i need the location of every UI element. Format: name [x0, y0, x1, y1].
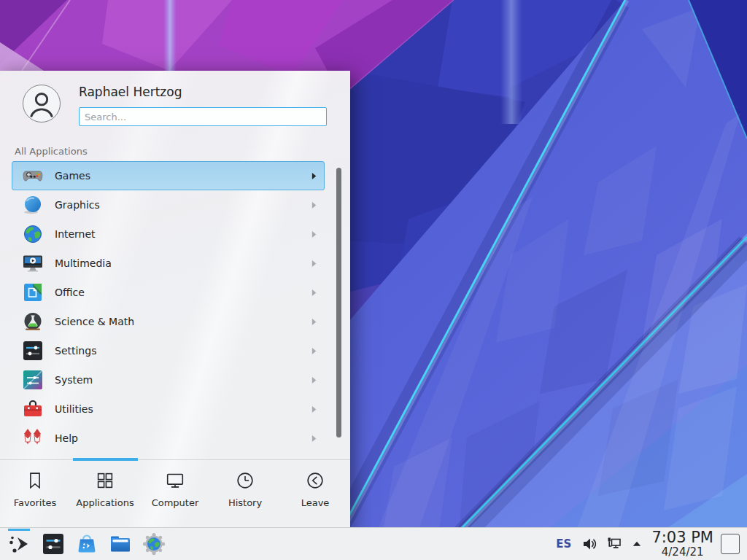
- submenu-arrow-icon: [311, 172, 317, 180]
- tab-label: Computer: [152, 497, 199, 508]
- tab-label: Favorites: [14, 497, 57, 508]
- clock-date: 4/24/21: [651, 547, 713, 558]
- submenu-arrow-icon: [311, 347, 317, 355]
- globe-gear-icon: [142, 532, 166, 556]
- system-tray: ES 7:03 PM 4/24/21: [556, 530, 741, 558]
- expand-tray-icon[interactable]: [631, 538, 643, 550]
- submenu-arrow-icon: [311, 405, 317, 413]
- grid-icon: [94, 470, 116, 491]
- bookmark-icon: [24, 470, 46, 491]
- science-flask-icon: [21, 310, 44, 333]
- gamepad-icon: [21, 164, 44, 187]
- tab-label: History: [228, 497, 262, 508]
- category-row-utilities[interactable]: Utilities: [12, 394, 325, 424]
- category-label: Help: [55, 432, 78, 444]
- globe-icon: [21, 222, 44, 246]
- category-row-games[interactable]: Games: [12, 161, 325, 190]
- section-label: All Applications: [15, 146, 88, 157]
- category-row-system[interactable]: System: [12, 365, 325, 394]
- category-label: Multimedia: [55, 257, 112, 269]
- category-label: Settings: [55, 345, 96, 357]
- taskbar-web-browser[interactable]: [140, 530, 168, 558]
- user-avatar-icon: [23, 85, 60, 122]
- taskbar-system-settings[interactable]: [39, 530, 67, 558]
- category-label: Graphics: [55, 199, 100, 211]
- tab-leave[interactable]: Leave: [280, 460, 350, 527]
- category-row-science-math[interactable]: Science & Math: [12, 307, 325, 336]
- submenu-arrow-icon: [311, 435, 317, 443]
- system-settings-icon: [41, 532, 66, 556]
- desktop[interactable]: Raphael Hertzog All Applications GamesGr…: [0, 0, 747, 560]
- taskbar: ES 7:03 PM 4/24/21: [0, 527, 747, 560]
- tab-favorites[interactable]: Favorites: [0, 460, 70, 527]
- taskbar-file-manager[interactable]: [107, 530, 134, 558]
- discover-icon: [74, 532, 99, 556]
- kde-launcher-icon: [7, 532, 32, 556]
- scrollbar[interactable]: [336, 168, 341, 438]
- application-launcher-menu: Raphael Hertzog All Applications GamesGr…: [0, 71, 350, 527]
- network-icon[interactable]: [606, 536, 622, 552]
- category-label: Internet: [55, 228, 96, 240]
- graphics-sphere-icon: [21, 193, 44, 217]
- tab-label: Applications: [76, 497, 133, 508]
- tab-label: Leave: [301, 497, 330, 508]
- category-row-settings[interactable]: Settings: [12, 336, 325, 365]
- dolphin-folder-icon: [108, 532, 133, 556]
- taskbar-apps: [39, 530, 174, 558]
- taskbar-discover[interactable]: [73, 530, 101, 558]
- submenu-arrow-icon: [311, 376, 317, 384]
- keyboard-layout-indicator[interactable]: ES: [556, 537, 571, 551]
- submenu-arrow-icon: [311, 260, 317, 268]
- footer-tabs: FavoritesApplicationsComputerHistoryLeav…: [0, 459, 350, 527]
- category-label: Games: [55, 170, 90, 182]
- taskbar-application-launcher[interactable]: [6, 530, 34, 558]
- leave-icon: [304, 470, 326, 491]
- user-avatar[interactable]: [23, 85, 61, 122]
- tab-history[interactable]: History: [210, 460, 280, 527]
- category-row-internet[interactable]: Internet: [12, 219, 325, 249]
- show-desktop-button[interactable]: [721, 534, 740, 554]
- submenu-arrow-icon: [311, 318, 317, 326]
- office-documents-icon: [21, 281, 44, 304]
- submenu-arrow-icon: [311, 201, 317, 209]
- submenu-arrow-icon: [311, 230, 317, 238]
- help-icon: [21, 427, 44, 450]
- digital-clock[interactable]: 7:03 PM 4/24/21: [651, 530, 713, 558]
- settings-sliders-icon: [21, 339, 44, 362]
- category-row-graphics[interactable]: Graphics: [12, 190, 325, 219]
- submenu-arrow-icon: [311, 289, 317, 297]
- category-row-multimedia[interactable]: Multimedia: [12, 249, 325, 278]
- monitor-icon: [164, 470, 186, 491]
- category-list: GamesGraphicsInternetMultimediaOfficeSci…: [12, 161, 325, 459]
- clock-time: 7:03 PM: [651, 530, 713, 545]
- tray-icons: [581, 536, 650, 552]
- utilities-toolbox-icon: [21, 397, 44, 421]
- clock-icon: [234, 470, 256, 491]
- category-label: Science & Math: [55, 316, 134, 327]
- multimedia-monitor-icon: [21, 252, 44, 275]
- category-row-help[interactable]: Help: [12, 424, 325, 453]
- active-tab-indicator: [73, 458, 138, 461]
- category-row-office[interactable]: Office: [12, 278, 325, 307]
- launcher-active-indicator: [8, 529, 30, 531]
- tab-computer[interactable]: Computer: [140, 460, 210, 527]
- user-name: Raphael Hertzog: [79, 85, 182, 99]
- category-label: Office: [55, 287, 85, 298]
- category-label: Utilities: [55, 403, 93, 415]
- launcher-header: Raphael Hertzog: [0, 71, 350, 139]
- system-sliders-icon: [21, 368, 44, 392]
- category-label: System: [55, 374, 93, 386]
- tab-applications[interactable]: Applications: [70, 460, 140, 527]
- volume-icon[interactable]: [581, 536, 597, 552]
- search-input[interactable]: [79, 107, 327, 126]
